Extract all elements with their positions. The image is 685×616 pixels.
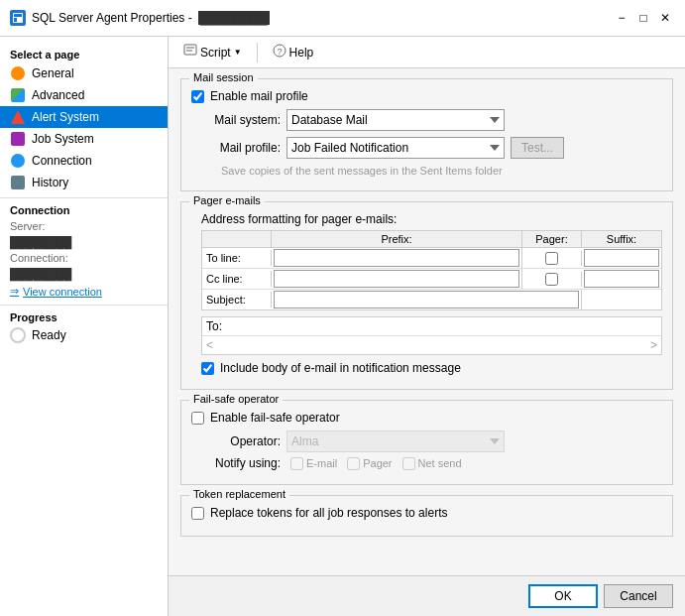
notify-options: E-mail Pager Net send (290, 457, 462, 470)
script-dropdown-arrow: ▼ (234, 48, 242, 57)
cancel-button[interactable]: Cancel (604, 584, 673, 608)
fail-safe-title: Fail-safe operator (189, 393, 283, 405)
window-controls: − □ ✕ (612, 8, 675, 28)
mail-system-row: Mail system: Database Mail (191, 109, 662, 131)
to-pager-checkbox[interactable] (545, 252, 558, 265)
footer: OK Cancel (169, 575, 685, 616)
sidebar-item-connection[interactable]: Connection (0, 150, 168, 172)
operator-select[interactable]: Alma (286, 431, 505, 452)
mail-session-section: Mail session Enable mail profile Mail sy… (180, 78, 673, 191)
token-replacement-section: Token replacement Replace tokens for all… (180, 495, 673, 537)
server-label-row: Server: (0, 218, 168, 234)
cc-suffix-input[interactable] (584, 270, 659, 288)
to-arrows-row: < > (202, 336, 661, 354)
maximize-button[interactable]: □ (633, 8, 653, 28)
select-page-label: Select a page (0, 45, 168, 62)
history-icon (10, 175, 26, 190)
view-connection-link[interactable]: ⇒ View connection (0, 282, 168, 301)
svg-text:?: ? (277, 47, 282, 57)
notify-netsend-label: Net send (418, 457, 462, 469)
toolbar: Script ▼ ? Help (169, 37, 685, 68)
mail-session-title: Mail session (189, 71, 258, 83)
include-body-checkbox[interactable] (201, 362, 214, 375)
progress-spinner (10, 327, 26, 343)
token-replacement-title: Token replacement (189, 488, 289, 500)
notify-pager-checkbox[interactable] (347, 457, 360, 470)
script-icon (183, 44, 197, 61)
sidebar-item-alert-label: Alert System (32, 110, 99, 124)
mail-system-select[interactable]: Database Mail (286, 109, 505, 131)
sidebar: Select a page General Advanced Alert Sys… (0, 37, 169, 616)
help-button[interactable]: ? Help (266, 41, 321, 63)
to-prefix-input[interactable] (274, 249, 519, 267)
mail-profile-select[interactable]: Job Failed Notification (286, 137, 505, 159)
alert-system-icon (10, 109, 26, 125)
sidebar-item-advanced[interactable]: Advanced (0, 84, 168, 106)
enable-fail-safe-checkbox[interactable] (191, 412, 204, 425)
notify-label: Notify using: (191, 456, 281, 470)
notify-pager-opt: Pager (347, 457, 392, 470)
close-button[interactable]: ✕ (655, 8, 675, 28)
prefix-header: Prefix: (272, 231, 522, 247)
replace-tokens-row: Replace tokens for all job responses to … (191, 506, 662, 520)
sidebar-item-alert-system[interactable]: Alert System (0, 106, 168, 128)
advanced-icon (10, 87, 26, 103)
operator-row: Operator: Alma (191, 431, 662, 452)
sidebar-item-connection-label: Connection (32, 154, 92, 168)
window-title: SQL Server Agent Properties - (32, 11, 192, 25)
test-button[interactable]: Test... (511, 137, 564, 159)
enable-fail-safe-label: Enable fail-safe operator (210, 411, 340, 425)
mail-system-label: Mail system: (191, 113, 281, 127)
notify-netsend-opt: Net send (402, 457, 462, 470)
to-display-row: To: < > (201, 316, 662, 355)
main-layout: Select a page General Advanced Alert Sys… (0, 37, 685, 616)
connection-icon (10, 153, 26, 169)
pager-to-row: To line: (202, 248, 661, 269)
pager-header-row: Prefix: Pager: Suffix: (202, 231, 661, 248)
enable-mail-checkbox[interactable] (191, 90, 204, 103)
toolbar-divider (257, 43, 258, 62)
script-button[interactable]: Script ▼ (176, 41, 249, 63)
include-body-row: Include body of e-mail in notification m… (201, 361, 662, 375)
svg-rect-3 (184, 45, 196, 55)
app-icon (10, 10, 26, 26)
sidebar-item-job-system[interactable]: Job System (0, 128, 168, 150)
link-icon: ⇒ (10, 285, 19, 298)
to-suffix-input[interactable] (584, 249, 659, 267)
sidebar-item-general-label: General (32, 66, 74, 80)
progress-status: Ready (32, 328, 66, 342)
page-content: Mail session Enable mail profile Mail sy… (169, 68, 685, 575)
mail-profile-label: Mail profile: (191, 141, 281, 155)
progress-section-title: Progress (0, 305, 168, 325)
cc-pager-checkbox[interactable] (545, 273, 558, 286)
script-label: Script (200, 46, 231, 60)
server-name: ████████ (198, 11, 270, 25)
include-body-label: Include body of e-mail in notification m… (220, 361, 461, 375)
subject-input[interactable] (274, 291, 579, 308)
right-arrow-icon: > (650, 338, 657, 352)
replace-tokens-checkbox[interactable] (191, 507, 204, 520)
to-display-label: To: (206, 319, 222, 333)
sidebar-item-history[interactable]: History (0, 172, 168, 193)
sidebar-item-general[interactable]: General (0, 62, 168, 84)
notify-email-opt: E-mail (290, 457, 337, 470)
ok-button[interactable]: OK (528, 584, 598, 608)
title-bar: SQL Server Agent Properties - ████████ −… (0, 0, 685, 37)
server-value-row: ████████ (0, 234, 168, 250)
to-line-label: To line: (202, 250, 272, 266)
minimize-button[interactable]: − (612, 8, 631, 28)
progress-row: Ready (0, 325, 168, 345)
sidebar-item-job-label: Job System (32, 132, 94, 146)
content-area: Script ▼ ? Help Mail session Enable ma (169, 37, 685, 616)
suffix-header: Suffix: (582, 231, 661, 247)
sidebar-item-history-label: History (32, 176, 68, 189)
notify-netsend-checkbox[interactable] (402, 457, 415, 470)
enable-mail-label: Enable mail profile (210, 89, 308, 103)
pager-emails-section: Pager e-mails Address formatting for pag… (180, 201, 673, 390)
notify-email-checkbox[interactable] (290, 457, 303, 470)
general-icon (10, 65, 26, 81)
cc-line-label: Cc line: (202, 271, 272, 287)
job-system-icon (10, 131, 26, 147)
cc-prefix-input[interactable] (274, 270, 519, 288)
view-connection-label: View connection (23, 286, 102, 298)
